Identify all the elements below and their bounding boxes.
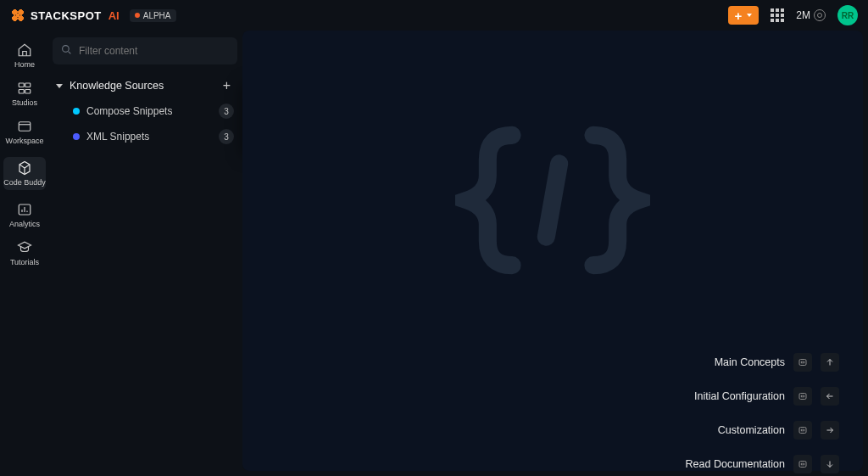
- filter-box[interactable]: [53, 37, 237, 64]
- filter-input[interactable]: [79, 45, 229, 57]
- tree-item-label: Compose Snippets: [86, 105, 172, 117]
- bullet-icon: [73, 108, 80, 115]
- rail-item-code-buddy[interactable]: Code Buddy: [3, 157, 46, 190]
- quick-link-customization: Customization: [576, 421, 839, 440]
- create-button[interactable]: +: [728, 6, 760, 25]
- keyboard-key-icon[interactable]: [793, 353, 812, 372]
- rail-item-home[interactable]: Home: [3, 42, 46, 69]
- brand-logo-mark: [10, 8, 25, 23]
- svg-point-6: [63, 46, 70, 53]
- main-canvas: Main Concepts Initial Configuration Cust…: [242, 31, 863, 471]
- brand-ai: AI: [108, 9, 120, 22]
- brand-word: STACKSPOT: [31, 9, 102, 22]
- quick-link-main-concepts: Main Concepts: [576, 353, 839, 372]
- chevron-down-icon: [747, 14, 752, 17]
- arrow-left-icon[interactable]: [821, 387, 839, 406]
- workspace-icon: [17, 119, 32, 134]
- credits-display[interactable]: 2M: [796, 9, 826, 21]
- arrow-right-icon[interactable]: [821, 421, 839, 440]
- keyboard-key-icon[interactable]: [793, 455, 812, 473]
- rail-label: Studios: [12, 98, 37, 107]
- code-buddy-icon: [17, 160, 32, 176]
- tree-item-xml-snippets[interactable]: XML Snippets 3: [53, 124, 237, 149]
- arrow-down-icon[interactable]: [821, 455, 839, 473]
- explorer-panel: Knowledge Sources + Compose Snippets 3 X…: [53, 37, 237, 471]
- alpha-badge: ALPHA: [130, 9, 176, 22]
- coin-icon: [814, 9, 826, 21]
- plus-icon: +: [735, 9, 743, 22]
- svg-line-7: [546, 164, 559, 237]
- nav-rail: Home Studios Workspace Code Buddy Analyt…: [0, 31, 49, 476]
- keyboard-key-icon[interactable]: [793, 421, 812, 440]
- rail-item-tutorials[interactable]: Tutorials: [3, 240, 46, 266]
- svg-rect-3: [25, 90, 31, 94]
- quick-link-label: Customization: [718, 424, 785, 436]
- keyboard-key-icon[interactable]: [793, 387, 812, 406]
- knowledge-sources-section: Knowledge Sources + Compose Snippets 3 X…: [53, 73, 237, 149]
- count-badge: 3: [219, 104, 234, 119]
- add-knowledge-source-button[interactable]: +: [220, 78, 234, 93]
- rail-label: Analytics: [9, 220, 40, 228]
- alpha-dot-icon: [135, 13, 140, 18]
- svg-rect-2: [19, 90, 24, 94]
- credits-value: 2M: [796, 9, 810, 21]
- rail-item-analytics[interactable]: Analytics: [3, 202, 46, 228]
- code-braces-decor: [455, 115, 650, 285]
- section-title: Knowledge Sources: [70, 80, 164, 92]
- studios-icon: [17, 81, 32, 96]
- svg-rect-1: [25, 83, 31, 87]
- quick-links: Main Concepts Initial Configuration Cust…: [576, 353, 839, 473]
- tree-item-label: XML Snippets: [86, 131, 149, 143]
- rail-label: Code Buddy: [3, 178, 46, 187]
- rail-item-studios[interactable]: Studios: [3, 81, 46, 107]
- bullet-icon: [73, 133, 80, 140]
- user-avatar[interactable]: RR: [837, 5, 858, 25]
- tutorials-icon: [17, 240, 32, 255]
- brand-logo: STACKSPOT AI ALPHA: [10, 8, 176, 23]
- svg-rect-4: [19, 122, 31, 132]
- rail-label: Tutorials: [10, 258, 39, 266]
- rail-item-workspace[interactable]: Workspace: [3, 119, 46, 145]
- quick-link-label: Initial Configuration: [694, 390, 785, 402]
- app-header: STACKSPOT AI ALPHA + 2M RR: [0, 0, 868, 31]
- home-icon: [17, 42, 32, 58]
- alpha-badge-label: ALPHA: [143, 11, 171, 20]
- quick-link-initial-configuration: Initial Configuration: [576, 387, 839, 406]
- knowledge-sources-header[interactable]: Knowledge Sources +: [53, 73, 237, 98]
- quick-link-label: Main Concepts: [715, 356, 785, 368]
- count-badge: 3: [219, 129, 234, 144]
- quick-link-read-documentation: Read Documentation: [576, 455, 839, 473]
- tree-item-compose-snippets[interactable]: Compose Snippets 3: [53, 98, 237, 124]
- rail-label: Home: [14, 60, 35, 69]
- search-icon: [61, 44, 72, 58]
- header-right: + 2M RR: [728, 5, 858, 25]
- svg-rect-0: [19, 83, 24, 87]
- arrow-up-icon[interactable]: [821, 353, 839, 372]
- analytics-icon: [17, 202, 32, 217]
- avatar-initials: RR: [842, 11, 854, 20]
- apps-grid-icon[interactable]: [771, 8, 784, 22]
- quick-link-label: Read Documentation: [686, 458, 785, 470]
- chevron-down-icon: [56, 84, 63, 88]
- rail-label: Workspace: [6, 137, 44, 145]
